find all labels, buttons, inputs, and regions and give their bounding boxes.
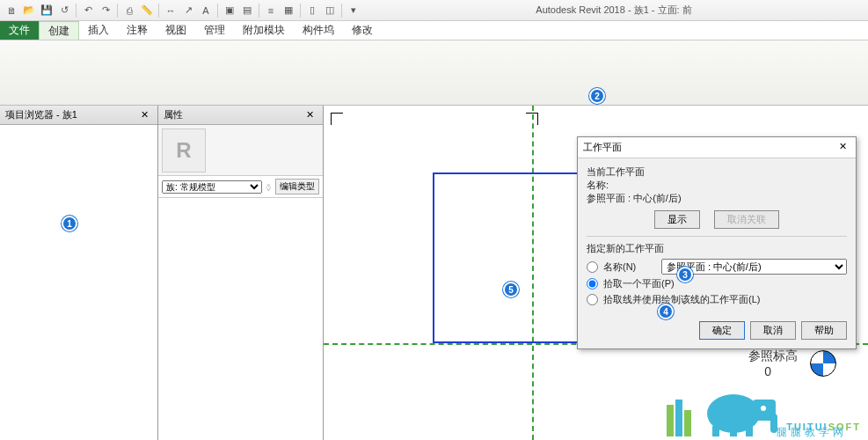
svg-point-6 [761,406,766,411]
pin-icon[interactable]: ⎀ [266,181,272,192]
redo-icon[interactable]: ↷ [98,3,113,18]
opt-name-label: 名称(N) [603,260,656,274]
svg-rect-0 [667,405,674,436]
current-wp-label: 当前工作平面 [587,165,847,179]
current-wp-value: 参照平面 : 中心(前/后) [587,192,847,205]
ref-level-value: 0 [764,364,771,378]
revit-thumb-icon: R [162,128,206,172]
properties-panel: 属性 ✕ R 族: 常规模型 ⎀ 编辑类型 [158,106,324,440]
close-hidden-icon[interactable]: ▦ [281,3,296,18]
app-title: Autodesk Revit 2018 - 族1 - 立面: 前 [363,4,864,17]
project-browser: 项目浏览器 - 族1 ✕ [0,106,158,440]
svg-rect-1 [675,400,682,436]
text-icon[interactable]: A [198,3,214,18]
close-icon[interactable]: ✕ [835,141,850,154]
dissociate-button[interactable]: 取消关联 [714,210,779,229]
browser-header: 项目浏览器 - 族1 ✕ [0,106,157,125]
type-selector[interactable]: 族: 常规模型 [162,180,262,194]
elephant-icon [704,384,781,436]
thinlines-icon[interactable]: ≡ [263,3,279,18]
cancel-button[interactable]: 取消 [750,321,796,340]
dialog-title: 工作平面 [583,141,622,154]
tab-annotate[interactable]: 注释 [118,21,157,40]
level-head-icon[interactable] [810,350,836,377]
watermark: TUITUISOFT 腿腿教学网 [663,384,861,436]
main-menu: 文件 创建 插入 注释 视图 管理 附加模块 构件坞 修改 [0,21,868,40]
props-header: 属性 ✕ [158,106,323,125]
opt-line-label: 拾取线并使用绘制该线的工作平面(L) [603,293,760,306]
svg-rect-8 [730,426,737,436]
opt-pick-label: 拾取一个平面(P) [603,277,675,290]
opt-name-radio[interactable] [587,261,598,273]
work-plane-dialog: 工作平面 ✕ 当前工作平面 名称: 参照平面 : 中心(前/后) 显示 取消关联… [577,136,857,349]
tag-icon[interactable]: ↗ [180,3,196,18]
callout-3: 3 [677,267,693,282]
print-icon[interactable]: ⎙ [121,3,137,18]
section-icon[interactable]: ▤ [239,3,255,18]
tab-modify[interactable]: 修改 [343,21,382,40]
svg-rect-9 [746,426,753,436]
sync-icon[interactable]: ↺ [56,3,72,18]
type-selector-row: 族: 常规模型 ⎀ 编辑类型 [158,176,323,198]
measure-icon[interactable]: 📏 [139,3,155,18]
close-icon[interactable]: ✕ [137,109,152,121]
default3d-icon[interactable]: ▣ [222,3,237,18]
dimension-icon[interactable]: ↔ [163,3,179,18]
addin-icon[interactable]: ◫ [322,3,338,18]
svg-rect-2 [684,410,691,436]
ok-button[interactable]: 确定 [699,321,745,340]
ribbon [0,40,868,106]
switch-win-icon[interactable]: ▯ [304,3,320,18]
open-icon[interactable]: 📂 [21,3,37,18]
crop-mark [331,113,343,125]
name-label: 名称: [587,179,847,192]
callout-4: 4 [658,304,674,319]
browser-tree[interactable] [0,125,157,440]
opt-pick-radio[interactable] [587,278,598,290]
tab-manage[interactable]: 管理 [195,21,234,40]
watermark-sub: 腿腿教学网 [777,425,847,440]
props-title: 属性 [164,108,183,121]
browser-title: 项目浏览器 - 族1 [5,108,77,121]
opt-line-radio[interactable] [587,294,598,305]
tab-insert[interactable]: 插入 [79,21,118,40]
svg-rect-7 [712,426,719,436]
help-button[interactable]: 帮助 [801,321,847,340]
edit-type-button[interactable]: 编辑类型 [275,179,319,194]
specify-legend: 指定新的工作平面 [587,242,847,255]
show-button[interactable]: 显示 [654,210,700,229]
ref-level-label: 参照标高 [748,348,798,364]
type-preview: R [158,125,323,176]
callout-1: 1 [62,216,77,231]
customize-icon[interactable]: ▾ [346,3,361,18]
tab-addins[interactable]: 附加模块 [234,21,294,40]
tab-view[interactable]: 视图 [157,21,195,40]
new-icon[interactable]: 🗎 [4,3,19,18]
tab-create[interactable]: 创建 [39,21,79,40]
tab-compdock[interactable]: 构件坞 [294,21,343,40]
callout-5: 5 [503,282,519,297]
building-icon [663,396,698,436]
close-icon[interactable]: ✕ [303,109,317,121]
callout-2: 2 [589,88,605,104]
dialog-header[interactable]: 工作平面 ✕ [578,137,856,158]
undo-icon[interactable]: ↶ [80,3,96,18]
save-icon[interactable]: 💾 [39,3,55,18]
file-tab[interactable]: 文件 [0,21,39,40]
quick-access-toolbar: 🗎 📂 💾 ↺ ↶ ↷ ⎙ 📏 ↔ ↗ A ▣ ▤ ≡ ▦ ▯ ◫ ▾ Auto… [0,0,868,21]
